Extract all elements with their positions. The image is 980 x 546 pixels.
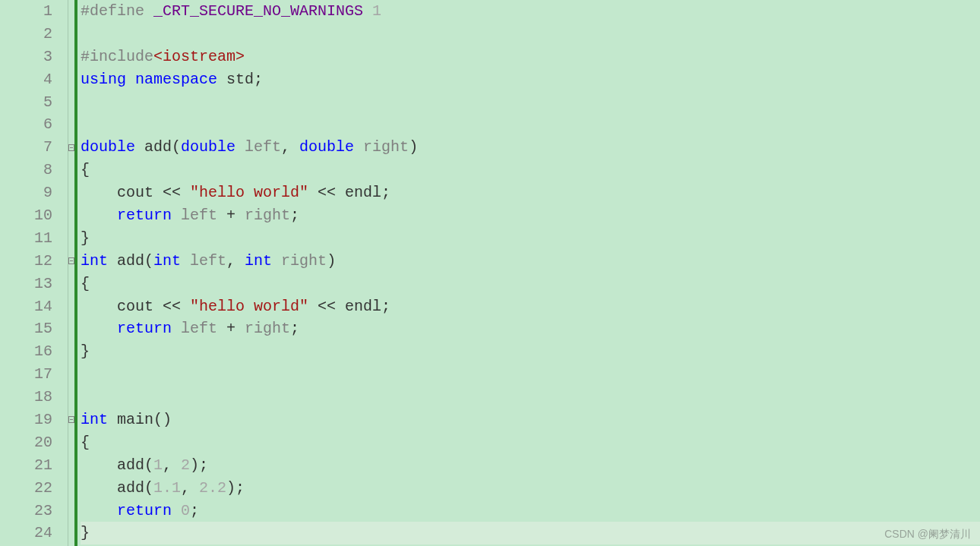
code-line: int main()	[81, 409, 980, 431]
line-number: 20	[0, 431, 52, 454]
code-line: cout << "hello world" << endl;	[81, 295, 980, 318]
line-number: 1	[0, 0, 52, 23]
line-number: 22	[0, 477, 52, 500]
line-number: 2	[0, 23, 52, 46]
line-number: 14	[0, 295, 52, 318]
line-number: 23	[0, 500, 52, 522]
code-line: double add(double left, double right)	[81, 136, 980, 159]
line-number: 6	[0, 113, 52, 136]
line-number: 21	[0, 454, 52, 477]
fold-column	[68, 0, 77, 546]
line-number: 9	[0, 181, 52, 204]
line-number: 16	[0, 340, 52, 363]
code-line	[81, 363, 980, 386]
line-number: 3	[0, 46, 52, 68]
code-line: return 0;	[81, 500, 980, 522]
fold-collapse-icon[interactable]	[68, 416, 74, 423]
code-line	[81, 386, 980, 409]
line-number: 19	[0, 409, 52, 431]
code-line: {	[81, 273, 980, 295]
code-line: return left + right;	[81, 204, 980, 227]
code-line	[81, 91, 980, 114]
code-line: {	[81, 159, 980, 181]
code-line: }	[81, 522, 980, 544]
code-line: add(1, 2);	[81, 454, 980, 477]
code-line	[81, 23, 980, 46]
code-line: using namespace std;	[81, 68, 980, 91]
code-line: }	[81, 227, 980, 250]
watermark-text: CSDN @阑梦清川	[884, 528, 971, 541]
line-number: 4	[0, 68, 52, 91]
line-number: 15	[0, 317, 52, 340]
code-line: return left + right;	[81, 317, 980, 340]
line-number: 10	[0, 204, 52, 227]
line-number: 18	[0, 386, 52, 409]
code-text-area[interactable]: #define _CRT_SECURE_NO_WARNINGS 1 #inclu…	[77, 0, 980, 546]
code-line: add(1.1, 2.2);	[81, 477, 980, 500]
code-line: int add(int left, int right)	[81, 250, 980, 273]
line-number: 13	[0, 273, 52, 295]
code-line: }	[81, 340, 980, 363]
code-line	[81, 113, 980, 136]
line-number: 12	[0, 250, 52, 273]
code-line: #define _CRT_SECURE_NO_WARNINGS 1	[81, 0, 980, 23]
line-number: 7	[0, 136, 52, 159]
fold-collapse-icon[interactable]	[68, 144, 74, 151]
code-editor[interactable]: 1 2 3 4 5 6 7 8 9 10 11 12 13 14 15 16 1…	[0, 0, 980, 546]
code-line: cout << "hello world" << endl;	[81, 181, 980, 204]
line-number: 8	[0, 159, 52, 181]
code-line: #include<iostream>	[81, 46, 980, 68]
line-number: 5	[0, 91, 52, 114]
line-number: 17	[0, 363, 52, 386]
line-number: 24	[0, 522, 52, 544]
line-number: 11	[0, 227, 52, 250]
code-line: {	[81, 431, 980, 454]
fold-collapse-icon[interactable]	[68, 257, 74, 264]
line-number-gutter: 1 2 3 4 5 6 7 8 9 10 11 12 13 14 15 16 1…	[0, 0, 68, 546]
